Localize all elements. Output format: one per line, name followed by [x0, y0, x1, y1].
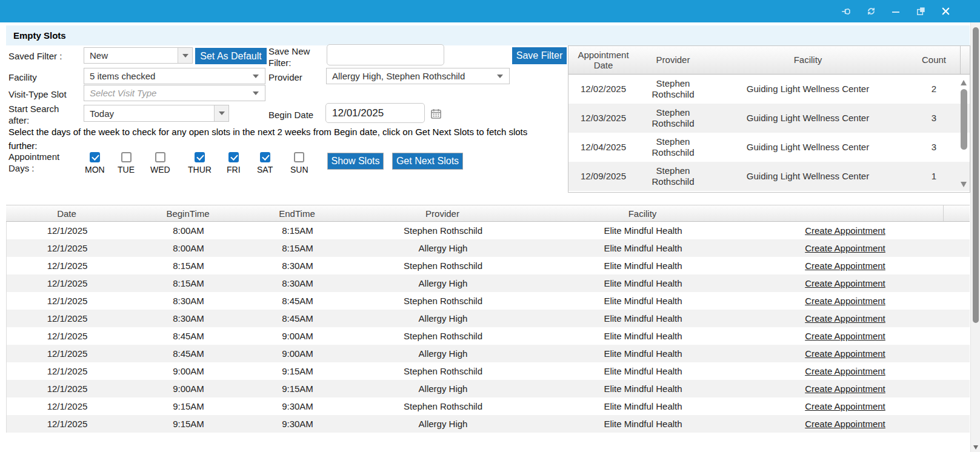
- day-checkbox-mon[interactable]: [90, 152, 100, 162]
- appointment-days-label: Appointment Days :: [8, 151, 74, 174]
- page-title-strip: Empty Slots: [6, 25, 970, 45]
- visit-type-arrow-icon[interactable]: [247, 85, 265, 101]
- summary-scrollbar[interactable]: [960, 78, 968, 189]
- cell-date: 12/1/2025: [7, 362, 128, 380]
- day-label: THUR: [188, 165, 212, 174]
- slots-body: 12/1/20258:00AM8:15AMStephen RothschildE…: [6, 222, 970, 433]
- minimize-icon[interactable]: [890, 6, 901, 17]
- cell-endtime: 8:15AM: [249, 239, 346, 257]
- visit-type-dropdown[interactable]: Select Visit Type: [84, 85, 265, 101]
- visit-type-label: Visit-Type Slot: [8, 89, 67, 101]
- summary-row: 12/03/2025Stephen RothschildGuiding Ligh…: [568, 104, 970, 133]
- close-icon[interactable]: [940, 6, 951, 17]
- start-search-label: Start Search after:: [8, 104, 74, 127]
- summary-header-count: Count: [908, 46, 960, 74]
- cell-appointment-date: 12/03/2025: [568, 104, 638, 133]
- cell-endtime: 8:15AM: [249, 222, 346, 239]
- day-checkbox-thur[interactable]: [195, 152, 205, 162]
- cell-date: 12/1/2025: [7, 257, 128, 274]
- facility-dropdown[interactable]: 5 items checked: [84, 68, 265, 84]
- create-appointment-link[interactable]: Create Appointment: [805, 384, 885, 394]
- cell-begintime: 9:00AM: [128, 362, 249, 380]
- cell-facility: Elite Mindful Health: [540, 310, 746, 327]
- create-appointment-link[interactable]: Create Appointment: [805, 243, 885, 253]
- open-slots-table: Date BeginTime EndTime Provider Facility…: [6, 205, 970, 433]
- cell-begintime: 9:15AM: [128, 415, 249, 433]
- scroll-down-icon[interactable]: [961, 182, 967, 187]
- slot-row: 12/1/20258:45AM9:00AMStephen RothschildE…: [6, 327, 970, 345]
- create-appointment-link[interactable]: Create Appointment: [805, 366, 885, 376]
- provider-arrow-icon[interactable]: [491, 68, 509, 84]
- maximize-icon[interactable]: [915, 6, 926, 17]
- cell-provider: Stephen Rothschild: [346, 292, 540, 310]
- day-label: MON: [85, 165, 105, 174]
- page-scrollbar[interactable]: [970, 22, 980, 452]
- cell-provider: Stephen Rothschild: [346, 327, 540, 345]
- cell-date: 12/1/2025: [7, 292, 128, 310]
- page-scrollbar-thumb[interactable]: [973, 27, 979, 323]
- provider-dropdown[interactable]: Allergy High, Stephen Rothschild: [326, 68, 510, 84]
- cell-facility: Guiding Light Wellness Center: [708, 75, 908, 104]
- slots-header-action: [745, 205, 944, 221]
- save-new-filter-input[interactable]: [327, 44, 444, 65]
- get-next-slots-button[interactable]: Get Next Slots: [392, 153, 463, 170]
- cell-date: 12/1/2025: [7, 397, 128, 415]
- start-search-value: Today: [84, 105, 214, 121]
- day-checkbox-wed[interactable]: [155, 152, 165, 162]
- day-checkbox-tue[interactable]: [121, 152, 132, 162]
- saved-filter-dropdown[interactable]: New: [84, 47, 193, 64]
- scroll-up-icon[interactable]: [961, 80, 967, 85]
- show-slots-button[interactable]: Show Slots: [327, 153, 384, 170]
- cell-facility: Elite Mindful Health: [540, 222, 746, 239]
- create-appointment-link[interactable]: Create Appointment: [805, 313, 885, 324]
- cell-provider: Stephen Rothschild: [346, 222, 540, 239]
- create-appointment-link[interactable]: Create Appointment: [805, 401, 885, 411]
- cell-provider: Allergy High: [346, 345, 540, 362]
- save-new-filter-label: Save New Filter:: [268, 46, 324, 69]
- cell-action: Create Appointment: [746, 257, 944, 274]
- appointment-day-tue: TUE: [118, 152, 135, 174]
- summary-scrollbar-thumb[interactable]: [961, 89, 967, 150]
- saved-filter-label: Saved Filter :: [8, 51, 62, 62]
- cell-endtime: 8:30AM: [249, 257, 346, 274]
- create-appointment-link[interactable]: Create Appointment: [805, 278, 885, 288]
- create-appointment-link[interactable]: Create Appointment: [805, 419, 885, 429]
- cell-begintime: 8:30AM: [128, 310, 249, 327]
- create-appointment-link[interactable]: Create Appointment: [805, 261, 885, 271]
- create-appointment-link[interactable]: Create Appointment: [805, 225, 885, 236]
- cell-begintime: 8:45AM: [128, 327, 249, 345]
- day-checkbox-sun[interactable]: [294, 152, 304, 162]
- cell-facility: Elite Mindful Health: [540, 239, 746, 257]
- cell-provider: Allergy High: [346, 415, 540, 433]
- day-label: SAT: [257, 165, 273, 174]
- slots-header-row: Date BeginTime EndTime Provider Facility: [6, 205, 970, 222]
- page-scroll-down-icon[interactable]: [973, 445, 978, 450]
- cell-action: Create Appointment: [746, 380, 944, 397]
- slot-row: 12/1/20259:15AM9:30AMStephen RothschildE…: [6, 397, 970, 415]
- pin-icon[interactable]: [841, 6, 852, 17]
- calendar-icon[interactable]: [430, 108, 442, 121]
- cell-action: Create Appointment: [746, 222, 944, 239]
- cell-date: 12/1/2025: [7, 274, 128, 292]
- facility-arrow-icon[interactable]: [247, 68, 265, 84]
- start-search-arrow-icon[interactable]: [214, 105, 228, 121]
- summary-header-facility: Facility: [708, 46, 908, 74]
- save-filter-button[interactable]: Save Filter: [512, 47, 567, 64]
- cell-appointment-date: 12/09/2025: [568, 162, 638, 191]
- create-appointment-link[interactable]: Create Appointment: [805, 348, 885, 359]
- create-appointment-link[interactable]: Create Appointment: [805, 296, 885, 306]
- create-appointment-link[interactable]: Create Appointment: [805, 331, 885, 341]
- day-checkbox-fri[interactable]: [228, 152, 239, 162]
- cell-begintime: 8:15AM: [128, 257, 249, 274]
- refresh-icon[interactable]: [865, 6, 876, 17]
- begin-date-input[interactable]: [325, 103, 425, 123]
- day-checkbox-sat[interactable]: [260, 152, 270, 162]
- day-label: WED: [150, 165, 170, 174]
- set-as-default-button[interactable]: Set As Default: [195, 48, 267, 64]
- slots-header-endtime: EndTime: [248, 205, 345, 221]
- slots-header-facility: Facility: [539, 205, 745, 221]
- cell-action: Create Appointment: [746, 292, 944, 310]
- saved-filter-arrow-icon[interactable]: [178, 48, 192, 63]
- start-search-dropdown[interactable]: Today: [84, 105, 229, 122]
- slot-row: 12/1/20258:00AM8:15AMStephen RothschildE…: [6, 222, 970, 239]
